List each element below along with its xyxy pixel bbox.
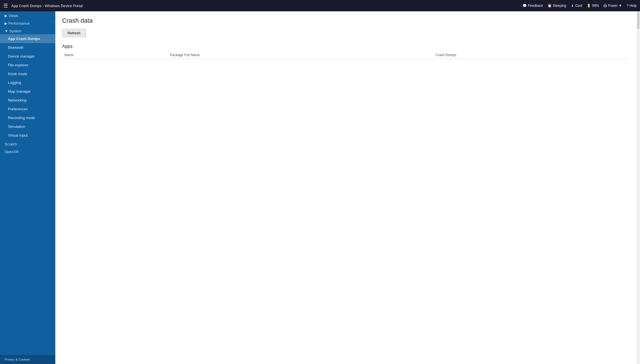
column-package-full-name: Package Full Name [168, 51, 433, 59]
sidebar-item-logging[interactable]: Logging [0, 78, 55, 87]
hamburger-menu[interactable]: ☰ [3, 3, 8, 9]
sidebar: ◀ ▶ Views▶ Performance▼ SystemApp Crash … [0, 11, 55, 364]
sidebar-item-app-crash-dumps[interactable]: App Crash Dumps [0, 34, 55, 43]
scrollbar-track[interactable] [637, 11, 640, 364]
sidebar-nav: ▶ Views▶ Performance▼ SystemApp Crash Du… [0, 11, 55, 155]
table-header: Name Package Full Name Crash Dumps [62, 51, 630, 59]
crash-data-table: Name Package Full Name Crash Dumps [62, 51, 630, 59]
privacy-cookies-link[interactable]: Privacy & Cookies [0, 355, 55, 364]
feedback-button[interactable]: 💬 Feedback [523, 4, 543, 8]
help-icon: ? [627, 4, 629, 8]
sidebar-item-bluetooth[interactable]: Bluetooth [0, 43, 55, 52]
sidebar-item-system[interactable]: ▼ System [0, 27, 55, 34]
help-label: Help [630, 4, 637, 8]
battery-icon: 🔋 [587, 4, 591, 8]
sleeping-button[interactable]: ⏰ Sleeping [548, 4, 566, 8]
thermometer-icon: 🌡 [571, 4, 574, 8]
topbar: ☰ App Crash Dumps - Windows Device Porta… [0, 0, 640, 11]
topbar-actions: 💬 Feedback ⏰ Sleeping 🌡 Cool 🔋 99% ⏻ Pow… [523, 4, 637, 8]
sidebar-item-device-manager[interactable]: Device manager [0, 52, 55, 61]
sidebar-item-kiosk-mode[interactable]: Kiosk mode [0, 69, 55, 78]
sidebar-item-virtual-input[interactable]: Virtual Input [0, 131, 55, 140]
sidebar-item-views[interactable]: ▶ Views [0, 11, 55, 19]
sidebar-item-performance[interactable]: ▶ Performance [0, 19, 55, 27]
page-title: Crash data [62, 17, 630, 24]
right-panel: Crash data Refresh Apps Name Package Ful… [55, 11, 640, 364]
sidebar-item-preferences[interactable]: Preferences [0, 105, 55, 113]
cool-button[interactable]: 🌡 Cool [571, 4, 582, 8]
scrollbar-thumb[interactable] [637, 12, 639, 29]
app-title: App Crash Dumps - Windows Device Portal [11, 4, 523, 8]
sidebar-item-networking[interactable]: Networking [0, 96, 55, 105]
main-layout: ◀ ▶ Views▶ Performance▼ SystemApp Crash … [0, 11, 640, 364]
sleeping-icon: ⏰ [548, 4, 552, 8]
sidebar-item-openxr[interactable]: OpenXR [0, 147, 55, 155]
power-label: Power ▼ [608, 4, 622, 8]
battery-button[interactable]: 🔋 99% [587, 4, 599, 8]
sidebar-item-scratch[interactable]: Scratch [0, 140, 55, 147]
power-button[interactable]: ⏻ Power ▼ [603, 4, 622, 8]
sidebar-collapse-button[interactable]: ◀ [54, 14, 55, 22]
help-button[interactable]: ? Help [627, 4, 637, 8]
cool-label: Cool [575, 4, 582, 8]
sidebar-item-map-manager[interactable]: Map manager [0, 87, 55, 96]
column-crash-dumps: Crash Dumps [433, 51, 630, 59]
sleeping-label: Sleeping [553, 4, 566, 8]
feedback-icon: 💬 [523, 4, 527, 8]
refresh-button[interactable]: Refresh [62, 29, 86, 37]
sidebar-item-simulation[interactable]: Simulation [0, 122, 55, 131]
sidebar-item-recording-mode[interactable]: Recording mode [0, 113, 55, 122]
column-name: Name [62, 51, 168, 59]
content-inner: Crash data Refresh Apps Name Package Ful… [55, 11, 637, 364]
sidebar-item-file-explorer[interactable]: File explorer [0, 61, 55, 69]
feedback-label: Feedback [528, 4, 543, 8]
table-header-row: Name Package Full Name Crash Dumps [62, 51, 630, 59]
battery-label: 99% [592, 4, 599, 8]
apps-section-title: Apps [62, 44, 630, 49]
power-icon: ⏻ [603, 4, 607, 8]
content-area: Crash data Refresh Apps Name Package Ful… [55, 11, 637, 364]
